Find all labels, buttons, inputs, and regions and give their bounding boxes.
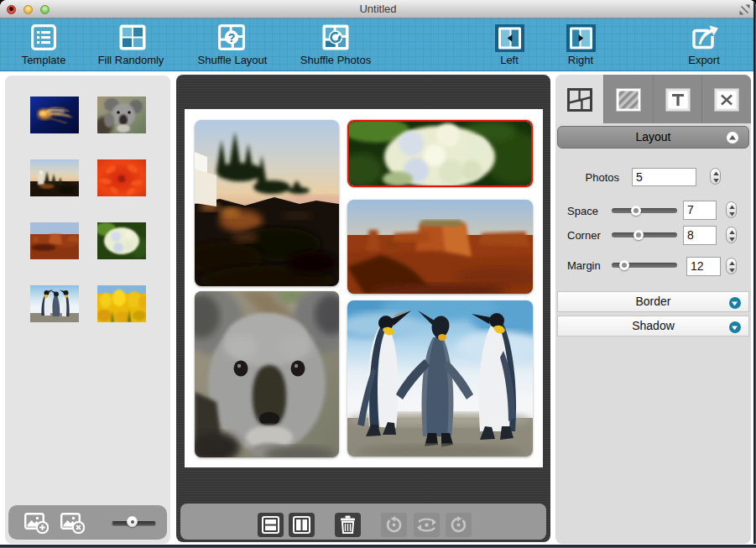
svg-text:?: ? <box>228 31 236 44</box>
